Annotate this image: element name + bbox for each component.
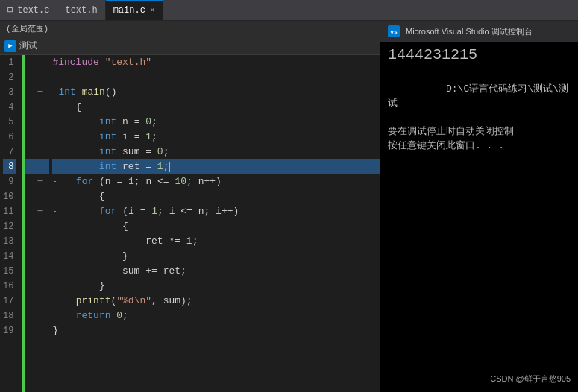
test-icon: ▶ xyxy=(4,40,16,52)
green-bar xyxy=(22,55,25,392)
fold-9[interactable]: ─ xyxy=(37,174,49,189)
console-hint: 按任意键关闭此窗口. . . xyxy=(388,139,571,153)
code-line-4: { xyxy=(52,100,380,115)
code-line-13: ret *= i; xyxy=(52,234,380,249)
editor-panel: (全局范围) ▶ 测试 1 2 3 4 5 6 7 8 9 10 11 12 xyxy=(0,21,380,392)
fold-3[interactable]: ─ xyxy=(37,85,49,100)
tab-bar: ⊞ text.c text.h main.c × xyxy=(0,0,578,21)
console-output: 1444231215 D:\C语言代码练习\测试\测试 要在调试停止时自动关闭控… xyxy=(388,48,571,369)
code-line-6: int i = 1; xyxy=(52,130,380,145)
tab-text-c[interactable]: ⊞ text.c xyxy=(0,0,57,20)
code-line-2 xyxy=(52,70,380,85)
tab-text-h[interactable]: text.h xyxy=(57,0,105,20)
vs-icon: vs xyxy=(388,25,400,37)
code-line-10: { xyxy=(52,189,380,204)
code-line-19: } xyxy=(52,323,380,338)
code-line-1: #include "text.h" xyxy=(52,55,380,70)
code-line-3: -int main() xyxy=(52,85,380,100)
code-line-7: int sum = 0; xyxy=(52,145,380,159)
code-line-15: sum += ret; xyxy=(52,264,380,279)
console-note: 要在调试停止时自动关闭控制 xyxy=(388,124,571,139)
code-lines[interactable]: #include "text.h" -int main() { int n = … xyxy=(49,55,380,392)
console-title: Microsoft Visual Studio 调试控制台 xyxy=(406,26,533,37)
code-area[interactable]: 1 2 3 4 5 6 7 8 9 10 11 12 13 14 15 16 1… xyxy=(0,55,380,392)
code-line-12: { xyxy=(52,219,380,234)
code-line-8: int ret = 1; xyxy=(52,159,380,174)
close-tab-icon[interactable]: × xyxy=(150,6,155,15)
tab-main-c[interactable]: main.c × xyxy=(106,0,163,20)
code-line-9: - for (n = 1; n <= 10; n++) xyxy=(52,174,380,189)
console-footer: CSDN @鲜于言悠905 xyxy=(388,369,571,386)
fold-column: ─ ─ ─ xyxy=(37,55,49,392)
main-area: (全局范围) ▶ 测试 1 2 3 4 5 6 7 8 9 10 11 12 xyxy=(0,21,578,392)
code-line-14: } xyxy=(52,249,380,264)
console-body: 1444231215 D:\C语言代码练习\测试\测试 要在调试停止时自动关闭控… xyxy=(380,42,578,392)
fold-11[interactable]: ─ xyxy=(37,204,49,219)
line-numbers: 1 2 3 4 5 6 7 8 9 10 11 12 13 14 15 16 1… xyxy=(0,55,22,392)
code-line-18: return 0; xyxy=(52,309,380,323)
code-line-17: printf("%d\n", sum); xyxy=(52,294,380,309)
code-line-16: } xyxy=(52,279,380,294)
test-label-bar: ▶ 测试 xyxy=(0,37,380,55)
gutter xyxy=(22,55,37,392)
console-path: D:\C语言代码练习\测试\测试 xyxy=(388,68,571,124)
console-panel: vs Microsoft Visual Studio 调试控制台 1444231… xyxy=(380,21,578,392)
console-title-bar: vs Microsoft Visual Studio 调试控制台 xyxy=(380,21,578,42)
breadcrumb: (全局范围) xyxy=(0,21,380,37)
pin-icon: ⊞ xyxy=(7,4,13,16)
console-number: 1444231215 xyxy=(388,48,571,62)
code-line-5: int n = 0; xyxy=(52,115,380,130)
code-line-11: - for (i = 1; i <= n; i++) xyxy=(52,204,380,219)
